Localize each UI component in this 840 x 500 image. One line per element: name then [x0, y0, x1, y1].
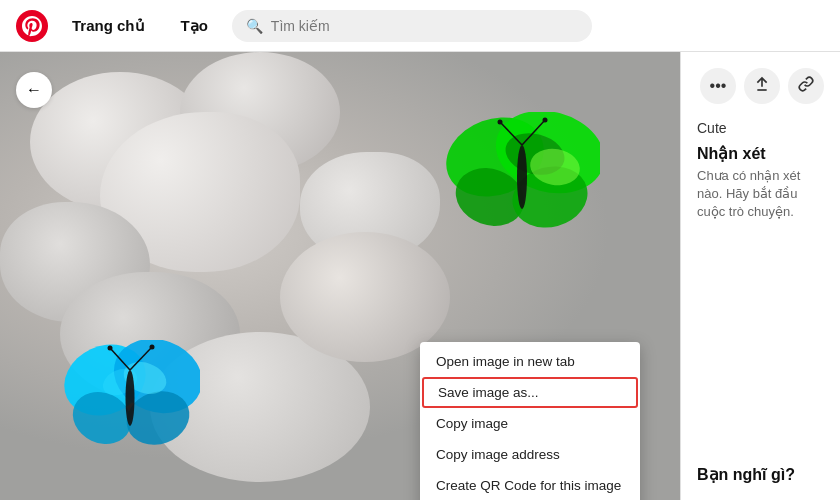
back-button[interactable]: ←: [16, 72, 52, 108]
pin-title: Cute: [697, 120, 824, 136]
more-icon: •••: [710, 77, 727, 95]
svg-point-11: [543, 118, 548, 123]
search-bar: 🔍: [232, 10, 592, 42]
butterfly-blue-svg: [60, 340, 200, 460]
butterfly-blue: [60, 340, 200, 460]
left-panel: ←: [0, 52, 680, 500]
svg-point-0: [16, 10, 48, 42]
svg-point-10: [498, 120, 503, 125]
action-buttons: •••: [697, 68, 824, 104]
search-input[interactable]: [271, 18, 578, 34]
context-menu-item-save[interactable]: Save image as...: [422, 377, 638, 408]
butterfly-green-svg: [440, 112, 600, 242]
comments-heading: Nhận xét: [697, 144, 824, 163]
share-button[interactable]: [744, 68, 780, 104]
no-comments-text: Chưa có nhận xét nào. Hãy bắt đầu cuộc t…: [697, 167, 824, 222]
svg-point-21: [108, 346, 113, 351]
svg-point-18: [126, 370, 135, 426]
context-menu-item-copy-address[interactable]: Copy image address: [420, 439, 640, 470]
context-menu-item-copy[interactable]: Copy image: [420, 408, 640, 439]
pin-image: Open image in new tab Save image as... C…: [0, 52, 680, 500]
main-content: ←: [0, 52, 840, 500]
svg-point-22: [150, 345, 155, 350]
pinterest-logo[interactable]: [16, 10, 48, 42]
context-menu-item-open[interactable]: Open image in new tab: [420, 346, 640, 377]
context-menu: Open image in new tab Save image as... C…: [420, 342, 640, 500]
comments-section: Nhận xét Chưa có nhận xét nào. Hãy bắt đ…: [697, 144, 824, 222]
more-options-button[interactable]: •••: [700, 68, 736, 104]
svg-point-7: [517, 145, 527, 209]
right-panel: ••• Cute Nh: [680, 52, 840, 500]
nav-home[interactable]: Trang chủ: [60, 11, 157, 41]
question-section: Bạn nghĩ gì?: [697, 465, 824, 484]
navbar: Trang chủ Tạo 🔍: [0, 0, 840, 52]
butterfly-green: [440, 112, 600, 242]
back-icon: ←: [26, 81, 42, 99]
search-icon: 🔍: [246, 18, 263, 34]
link-icon: [798, 76, 814, 96]
context-menu-item-qr[interactable]: Create QR Code for this image: [420, 470, 640, 500]
share-icon: [754, 76, 770, 96]
nav-create[interactable]: Tạo: [169, 11, 220, 41]
link-button[interactable]: [788, 68, 824, 104]
question-heading: Bạn nghĩ gì?: [697, 465, 824, 484]
